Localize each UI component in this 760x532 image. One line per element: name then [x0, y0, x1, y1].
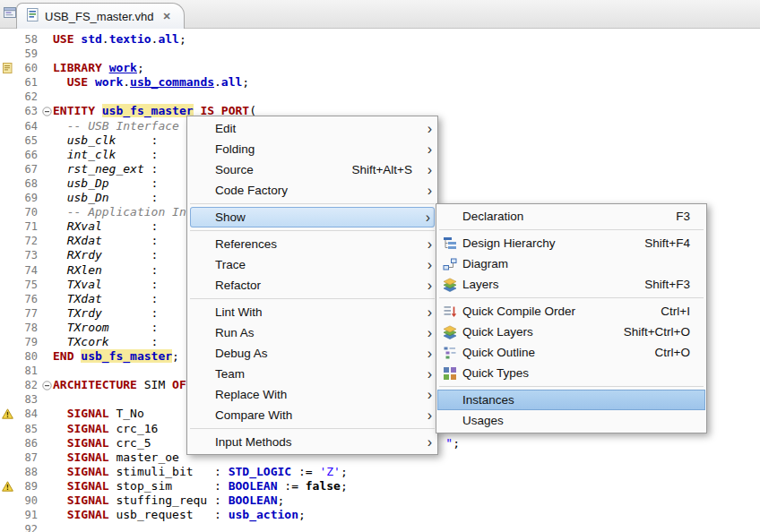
menu-item-quick-compile-order[interactable]: Quick Compile OrderCtrl+I [437, 301, 705, 322]
code-text[interactable]: TXval : [53, 278, 158, 292]
line-number: 63 [14, 104, 40, 118]
line-number: 76 [14, 292, 40, 306]
warning-icon [0, 481, 14, 492]
code-text[interactable]: usb_Dn : [53, 191, 158, 205]
bookmark-icon [0, 63, 14, 73]
menu-item-team[interactable]: Team› [188, 364, 436, 384]
code-text[interactable]: -- USB Interface [53, 119, 179, 133]
menu-item-quick-outline[interactable]: Quick OutlineCtrl+O [437, 342, 705, 363]
line-number: 74 [14, 263, 40, 278]
menu-item-code-factory[interactable]: Code Factory› [188, 180, 436, 201]
submenu-arrow-icon: › [423, 184, 432, 198]
menu-item-declaration[interactable]: DeclarationF3 [437, 206, 705, 227]
code-text[interactable]: RXval : [53, 219, 158, 234]
menu-item-compare-with[interactable]: Compare With› [188, 405, 436, 425]
code-text[interactable]: ARCHITECTURE SIM OF [53, 378, 186, 392]
code-text[interactable]: RXlen : [53, 263, 158, 278]
menu-item-label: Folding [215, 142, 255, 156]
menu-item-label: Run As [215, 326, 255, 339]
menu-item-usages[interactable]: Usages [437, 410, 705, 431]
menu-item-quick-layers[interactable]: Quick LayersShift+Ctrl+O [437, 322, 705, 342]
line-number: 89 [14, 479, 40, 493]
code-text[interactable]: RXrdy : [53, 248, 158, 262]
menu-item-debug-as[interactable]: Debug As› [188, 343, 436, 364]
menu-shortcut: Shift+Alt+S [351, 163, 412, 176]
tab-close-icon[interactable]: ✕ [162, 11, 170, 22]
compile-order-icon [443, 305, 459, 319]
menu-item-show[interactable]: Show› [190, 207, 435, 227]
line-number: 66 [14, 148, 40, 162]
line-number: 91 [14, 508, 40, 522]
code-text[interactable]: SIGNAL stuffing_requ : BOOLEAN; [53, 493, 284, 508]
tab-title: USB_FS_master.vhd [45, 10, 153, 23]
menu-item-refactor[interactable]: Refactor› [188, 275, 436, 296]
menu-separator [439, 297, 704, 298]
code-text[interactable]: SIGNAL master_oe [53, 450, 179, 465]
menu-item-label: Usages [462, 414, 504, 427]
line-number: 73 [14, 248, 40, 262]
menu-item-label: Refactor [215, 279, 261, 292]
line-number: 83 [14, 392, 40, 407]
menu-shortcut: Ctrl+I [661, 305, 690, 318]
line-number: 90 [14, 493, 40, 508]
vhdl-file-icon [26, 8, 39, 25]
menu-item-label: Quick Types [462, 366, 529, 380]
menu-item-diagram[interactable]: Diagram [437, 253, 705, 274]
menu-item-run-as[interactable]: Run As› [188, 322, 436, 343]
menu-item-lint-with[interactable]: Lint With› [188, 302, 436, 322]
code-text[interactable]: SIGNAL stimuli_bit : STD_LOGIC := 'Z'; [53, 465, 348, 479]
fold-collapse-icon[interactable] [40, 381, 53, 390]
layers-icon [443, 325, 459, 339]
code-text[interactable]: END usb_fs_master; [53, 349, 179, 364]
code-text[interactable]: SIGNAL usb_request : usb_action; [53, 508, 306, 522]
menu-separator [190, 428, 435, 429]
menu-item-folding[interactable]: Folding› [188, 139, 436, 159]
menu-item-label: Compare With [215, 408, 292, 422]
code-text[interactable]: LIBRARY work; [53, 61, 144, 75]
menu-separator [190, 203, 435, 204]
menu-item-instances[interactable]: Instances [437, 390, 705, 410]
menu-item-replace-with[interactable]: Replace With› [188, 384, 436, 405]
code-text[interactable]: rst_neg_ext : [53, 162, 158, 176]
code-text[interactable]: -- Application Int [53, 205, 194, 219]
code-text[interactable]: SIGNAL stop_sim : BOOLEAN := false; [53, 479, 348, 493]
menu-item-source[interactable]: SourceShift+Alt+S› [188, 159, 436, 180]
code-text[interactable]: TXrdy : [53, 306, 158, 321]
menu-separator [190, 298, 435, 299]
menu-item-layers[interactable]: LayersShift+F3 [437, 274, 705, 295]
code-text[interactable]: TXdat : [53, 292, 158, 306]
code-text[interactable]: USE std.textio.all; [53, 32, 186, 47]
code-text[interactable]: USE work.usb_commands.all; [53, 75, 249, 90]
code-text[interactable]: RXdat : [53, 234, 158, 248]
menu-item-label: Show [215, 210, 246, 224]
submenu-arrow-icon: › [423, 326, 432, 340]
code-text[interactable]: TXcork : [53, 335, 158, 349]
warning-icon [0, 408, 14, 419]
line-number: 65 [14, 133, 40, 148]
code-line: 91 SIGNAL usb_request : usb_action; [0, 508, 760, 522]
code-text[interactable]: usb_Dp : [53, 176, 158, 191]
menu-item-edit[interactable]: Edit› [188, 118, 436, 139]
line-number: 80 [14, 349, 40, 364]
menu-item-references[interactable]: References› [188, 234, 436, 254]
menu-item-label: Layers [462, 278, 499, 291]
line-number: 77 [14, 306, 40, 321]
line-number: 87 [14, 450, 40, 465]
code-text[interactable]: SIGNAL T_No [53, 407, 144, 421]
menu-item-quick-types[interactable]: Quick Types [437, 363, 705, 383]
line-number: 75 [14, 278, 40, 292]
code-text[interactable]: TXroom : [53, 321, 158, 335]
tab-usb-fs-master[interactable]: USB_FS_master.vhd ✕ [16, 3, 185, 29]
line-number: 78 [14, 321, 40, 335]
menu-item-label: Diagram [462, 257, 508, 270]
menu-separator [439, 229, 704, 230]
code-text[interactable]: usb_clk : [53, 133, 158, 148]
menu-item-input-methods[interactable]: Input Methods› [188, 432, 436, 452]
code-text[interactable]: SIGNAL crc_16 [53, 422, 158, 436]
code-text[interactable]: int_clk : [53, 148, 158, 162]
code-line: 90 SIGNAL stuffing_requ : BOOLEAN; [0, 493, 760, 508]
submenu-arrow-icon: › [421, 210, 430, 225]
fold-collapse-icon[interactable] [40, 107, 53, 116]
menu-item-trace[interactable]: Trace› [188, 254, 436, 275]
menu-item-design-hierarchy[interactable]: Design HierarchyShift+F4 [437, 233, 705, 253]
